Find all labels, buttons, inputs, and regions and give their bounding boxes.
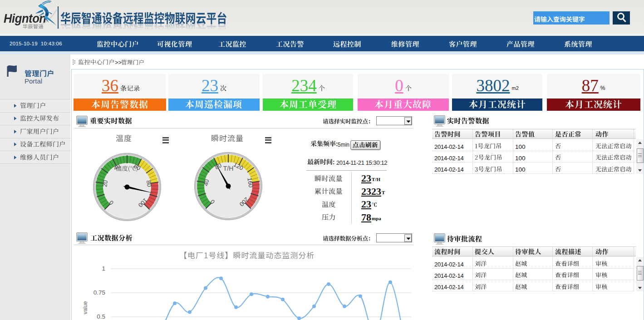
svg-text:0.5: 0.5: [97, 313, 105, 320]
svg-text:40: 40: [202, 179, 210, 187]
svg-text:0.75: 0.75: [93, 289, 105, 296]
svg-text:T/H: T/H: [223, 165, 234, 172]
svg-text:20: 20: [101, 180, 109, 187]
svg-text:value: value: [82, 301, 88, 314]
svg-text:80: 80: [145, 180, 153, 187]
svg-text:1: 1: [102, 265, 105, 272]
